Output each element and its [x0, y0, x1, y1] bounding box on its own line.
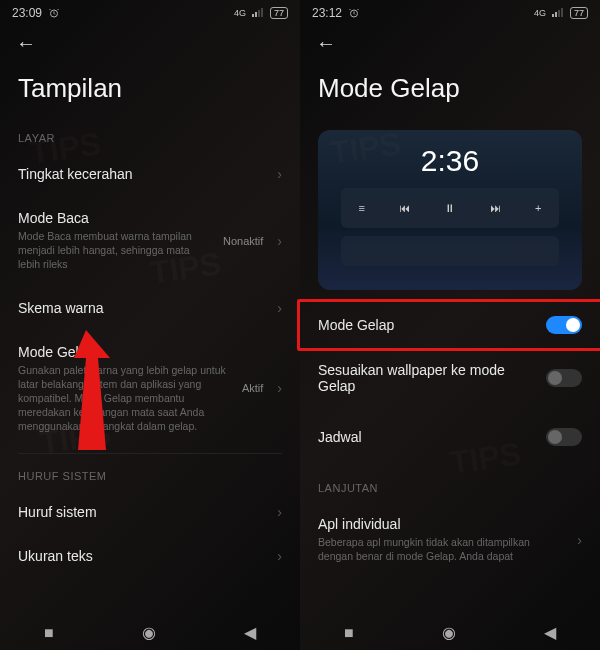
setting-individual-apps[interactable]: Apl individual Beberapa apl mungkin tida…	[300, 502, 600, 569]
preview-media-card: ≡ ⏮ ⏸ ⏭ +	[341, 188, 558, 228]
setting-title: Sesuaikan wallpaper ke mode Gelap	[318, 362, 536, 394]
divider	[18, 453, 282, 454]
nav-recent-icon[interactable]: ■	[44, 624, 54, 642]
setting-readmode[interactable]: Mode Baca Mode Baca membuat warna tampil…	[0, 196, 300, 286]
highlight-annotation: Mode Gelap	[297, 299, 600, 351]
toggle-darkmode[interactable]: Mode Gelap	[300, 302, 600, 348]
phone-right: 23:12 4G 77 ← Mode Gelap 2:36 ≡ ⏮ ⏸ ⏭ +	[300, 0, 600, 650]
setting-title: Mode Baca	[18, 210, 213, 226]
setting-title: Mode Gelap	[18, 344, 232, 360]
page-title: Mode Gelap	[300, 59, 600, 122]
svg-rect-2	[255, 12, 257, 17]
chevron-right-icon: ›	[277, 300, 282, 316]
network-icon: 4G	[234, 8, 246, 18]
setting-status: Aktif	[242, 382, 263, 394]
setting-title: Skema warna	[18, 300, 263, 316]
setting-title: Ukuran teks	[18, 548, 263, 564]
chevron-right-icon: ›	[277, 548, 282, 564]
svg-rect-3	[258, 10, 260, 17]
back-row: ←	[0, 24, 300, 59]
section-header-fonts: HURUF SISTEM	[0, 460, 300, 490]
phone-left: 23:09 4G 77 ← Tampilan LAYAR Tingkat kec…	[0, 0, 300, 650]
darkmode-preview: 2:36 ≡ ⏮ ⏸ ⏭ +	[318, 130, 582, 290]
statusbar: 23:12 4G 77	[300, 0, 600, 24]
android-navbar: ■ ◉ ◀	[0, 611, 300, 650]
section-header-advanced: LANJUTAN	[300, 472, 600, 502]
nav-back-icon[interactable]: ◀	[244, 623, 256, 642]
setting-title: Jadwal	[318, 429, 536, 445]
setting-textsize[interactable]: Ukuran teks ›	[0, 534, 300, 578]
signal-icon	[252, 6, 264, 20]
setting-status: Nonaktif	[223, 235, 263, 247]
setting-desc: Beberapa apl mungkin tidak akan ditampil…	[318, 535, 563, 563]
toggle-switch[interactable]	[546, 428, 582, 446]
battery-icon: 77	[570, 7, 588, 19]
setting-colorscheme[interactable]: Skema warna ›	[0, 286, 300, 330]
svg-rect-7	[555, 12, 557, 17]
toggle-switch[interactable]	[546, 369, 582, 387]
svg-rect-1	[252, 14, 254, 17]
back-icon[interactable]: ←	[316, 32, 336, 54]
nav-home-icon[interactable]: ◉	[442, 623, 456, 642]
alarm-icon	[48, 7, 60, 19]
back-row: ←	[300, 24, 600, 59]
media-prev-icon: ⏮	[399, 202, 410, 214]
nav-back-icon[interactable]: ◀	[544, 623, 556, 642]
preview-clock: 2:36	[421, 144, 479, 178]
chevron-right-icon: ›	[277, 380, 282, 396]
media-add-icon: +	[535, 202, 541, 214]
toggle-wallpaper[interactable]: Sesuaikan wallpaper ke mode Gelap	[300, 348, 600, 408]
alarm-icon	[348, 7, 360, 19]
battery-icon: 77	[270, 7, 288, 19]
chevron-right-icon: ›	[577, 532, 582, 548]
page-title: Tampilan	[0, 59, 300, 122]
toggle-schedule[interactable]: Jadwal	[300, 408, 600, 460]
chevron-right-icon: ›	[277, 166, 282, 182]
setting-title: Tingkat kecerahan	[18, 166, 263, 182]
svg-rect-8	[558, 10, 560, 17]
setting-brightness[interactable]: Tingkat kecerahan ›	[0, 152, 300, 196]
back-icon[interactable]: ←	[16, 32, 36, 54]
svg-rect-9	[561, 8, 563, 17]
setting-title: Huruf sistem	[18, 504, 263, 520]
setting-title: Mode Gelap	[318, 317, 536, 333]
signal-icon	[552, 6, 564, 20]
statusbar: 23:09 4G 77	[0, 0, 300, 24]
svg-rect-4	[261, 8, 263, 17]
nav-recent-icon[interactable]: ■	[344, 624, 354, 642]
statusbar-time: 23:12	[312, 6, 342, 20]
media-menu-icon: ≡	[359, 202, 365, 214]
setting-title: Apl individual	[318, 516, 563, 532]
preview-notif-card	[341, 236, 558, 266]
android-navbar: ■ ◉ ◀	[300, 611, 600, 650]
statusbar-time: 23:09	[12, 6, 42, 20]
setting-systemfont[interactable]: Huruf sistem ›	[0, 490, 300, 534]
media-pause-icon: ⏸	[444, 202, 455, 214]
chevron-right-icon: ›	[277, 504, 282, 520]
section-header-layar: LAYAR	[0, 122, 300, 152]
nav-home-icon[interactable]: ◉	[142, 623, 156, 642]
chevron-right-icon: ›	[277, 233, 282, 249]
setting-desc: Gunakan palet warna yang lebih gelap unt…	[18, 363, 232, 434]
setting-desc: Mode Baca membuat warna tampilan menjadi…	[18, 229, 213, 272]
network-icon: 4G	[534, 8, 546, 18]
svg-rect-6	[552, 14, 554, 17]
toggle-switch[interactable]	[546, 316, 582, 334]
setting-darkmode[interactable]: Mode Gelap Gunakan palet warna yang lebi…	[0, 330, 300, 448]
media-next-icon: ⏭	[490, 202, 501, 214]
